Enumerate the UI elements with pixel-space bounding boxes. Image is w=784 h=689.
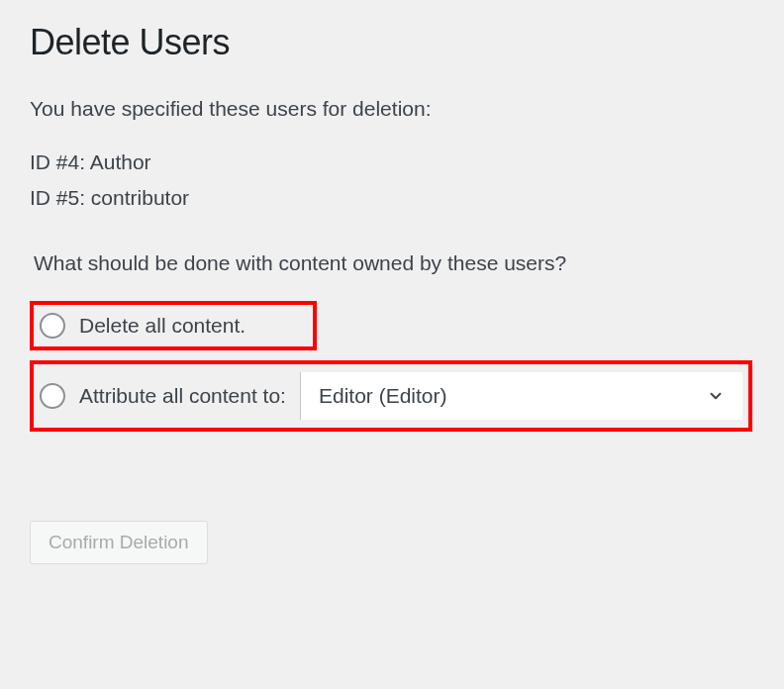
confirm-deletion-button[interactable]: Confirm Deletion — [30, 521, 208, 564]
option-attribute-label: Attribute all content to: — [79, 384, 286, 408]
button-row: Confirm Deletion — [30, 521, 754, 564]
chevron-down-icon — [707, 387, 725, 405]
select-value: Editor (Editor) — [319, 384, 447, 408]
user-item: ID #5: contributor — [30, 186, 754, 210]
option-attribute[interactable]: Attribute all content to: Editor (Editor… — [30, 360, 752, 432]
option-delete-all[interactable]: Delete all content. — [30, 301, 317, 350]
page-title: Delete Users — [30, 22, 754, 63]
user-item: ID #4: Author — [30, 150, 754, 174]
deletion-subtitle: You have specified these users for delet… — [30, 97, 754, 121]
user-list: ID #4: Author ID #5: contributor — [30, 150, 754, 210]
attribute-user-select[interactable]: Editor (Editor) — [300, 372, 742, 420]
content-question: What should be done with content owned b… — [30, 251, 754, 275]
radio-attribute[interactable] — [40, 383, 65, 409]
option-delete-label: Delete all content. — [79, 314, 245, 338]
radio-delete-all[interactable] — [40, 313, 65, 339]
